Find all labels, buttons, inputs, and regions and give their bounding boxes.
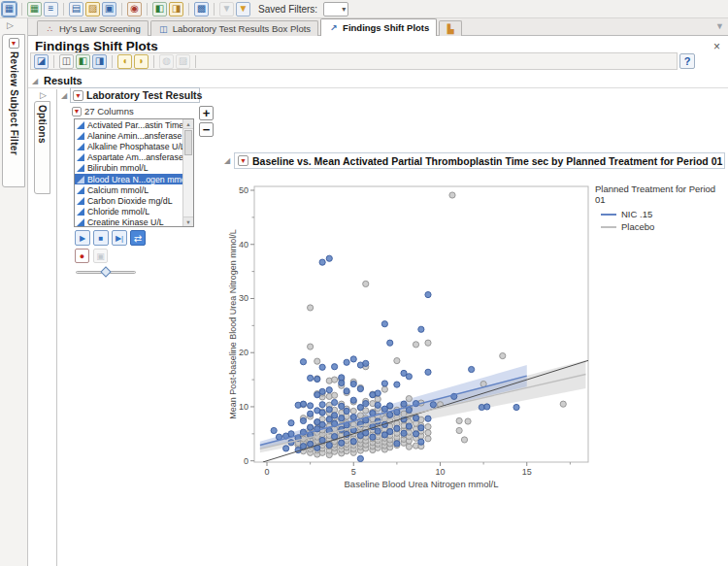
- column-item[interactable]: Calcium mmol/L: [75, 184, 193, 195]
- columns-panel-title: Laboratory Test Results: [86, 89, 202, 101]
- legend-entry[interactable]: NIC .15: [601, 209, 728, 219]
- column-item[interactable]: Aspartate Am...ansferase U/L: [75, 152, 193, 163]
- column-item[interactable]: Alanine Amin...ansferase U/L: [75, 130, 193, 141]
- report-window-icon[interactable]: ▦: [2, 2, 17, 17]
- expand-options-chevron-icon[interactable]: ▷: [40, 90, 47, 100]
- legend-entry[interactable]: Placebo: [601, 221, 728, 232]
- column-item[interactable]: Carbon Dioxide mg/dL: [75, 195, 193, 206]
- report-toolbar: ◪◫◧◨◖◗◍▨: [30, 52, 678, 70]
- red-triangle-icon[interactable]: ▼: [73, 90, 83, 101]
- subject-profile-icon[interactable]: ◪: [34, 54, 49, 69]
- toolbar-separator: [188, 3, 189, 16]
- options-label: Options: [37, 105, 48, 144]
- image-export-icon[interactable]: ▨: [176, 54, 190, 69]
- columns-count-row: ▼ 27 Columns: [72, 106, 134, 117]
- slider-thumb[interactable]: [100, 266, 111, 277]
- collapse-results-icon[interactable]: ◢: [32, 77, 38, 85]
- review-subject-filter-tab[interactable]: ▼ Review Subject Filter: [2, 34, 25, 187]
- bar-chart-icon: ▙: [446, 23, 456, 34]
- column-item-label: Alkaline Phosphatase U/L: [87, 142, 185, 151]
- legend-line-swatch: [601, 226, 616, 228]
- new-window-icon[interactable]: ◫: [59, 54, 74, 69]
- edit-filter-icon[interactable]: ▼: [236, 2, 250, 17]
- annotate-icon[interactable]: ◖: [117, 54, 132, 69]
- list-scrollbar[interactable]: ▲ ▼: [182, 119, 193, 226]
- column-list-icon[interactable]: ≡: [44, 2, 58, 17]
- column-item[interactable]: Creatine Kinase U/L: [75, 217, 193, 227]
- report-thumbnail-tab[interactable]: ▙: [439, 20, 462, 36]
- column-item[interactable]: Chloride mmol/L: [75, 207, 193, 217]
- results-outline-header: ◢ Results: [28, 74, 728, 88]
- filter-icon[interactable]: ▼: [715, 21, 724, 31]
- stop-button[interactable]: ■: [93, 230, 109, 246]
- animation-speed-slider[interactable]: [76, 267, 136, 279]
- report-doc-icon[interactable]: ▤: [69, 2, 83, 17]
- toolbar-separator: [195, 55, 196, 68]
- record-button[interactable]: ●: [75, 249, 89, 263]
- report-tab-strip: ∴Hy's Law Screening◫Laboratory Test Resu…: [0, 18, 728, 36]
- copy-report-icon[interactable]: ◧: [152, 2, 167, 17]
- annotate-search-icon[interactable]: ◗: [134, 54, 149, 69]
- saved-filters-dropdown[interactable]: ▾: [323, 2, 348, 17]
- options-rail: ▷ Options: [28, 89, 57, 566]
- data-table-icon[interactable]: ▦: [27, 2, 42, 17]
- main-toolbar: ▦▦≡▤▨▣◉◧◨▩▼▼ Saved Filters: ▾: [0, 0, 728, 18]
- red-triangle-icon[interactable]: ▼: [9, 38, 19, 49]
- red-triangle-icon[interactable]: ▼: [238, 155, 248, 166]
- column-item-label: Blood Urea N...ogen mmol/L: [87, 175, 194, 184]
- query-builder-icon[interactable]: ◉: [127, 2, 142, 17]
- legend-title: Planned Treatment for Period 01: [595, 183, 728, 205]
- columns-listbox[interactable]: Activated Par...astin Time secAlanine Am…: [74, 118, 194, 227]
- column-item[interactable]: Blood Urea N...ogen mmol/L: [75, 174, 193, 184]
- column-item[interactable]: Bilirubin mmol/L: [75, 163, 193, 174]
- copy-graph-icon[interactable]: ◧: [76, 54, 90, 69]
- clear-filter-icon[interactable]: ▼: [219, 2, 234, 17]
- save-icon[interactable]: ▣: [102, 2, 116, 17]
- scrollbar-thumb[interactable]: [184, 130, 192, 155]
- remove-column-button[interactable]: −: [199, 122, 214, 137]
- column-item-label: Carbon Dioxide mg/dL: [87, 196, 173, 206]
- column-item[interactable]: Activated Par...astin Time sec: [75, 119, 193, 130]
- step-button[interactable]: ▶|: [112, 230, 127, 246]
- open-folder-icon[interactable]: ▨: [85, 2, 100, 17]
- scroll-up-icon[interactable]: ▲: [183, 119, 193, 129]
- column-item-label: Aspartate Am...ansferase U/L: [87, 152, 194, 162]
- chart-header: ▼ Baseline vs. Mean Activated Partial Th…: [234, 152, 725, 169]
- play-button[interactable]: ▶: [75, 230, 90, 246]
- expand-rail-chevron-icon[interactable]: ▷: [7, 20, 14, 30]
- column-item[interactable]: Alkaline Phosphatase U/L: [75, 141, 193, 151]
- tab-hy-s-law-screening[interactable]: ∴Hy's Law Screening: [37, 20, 149, 36]
- collapse-chart-icon[interactable]: ◢: [224, 156, 230, 165]
- legend-entry-label: Placebo: [621, 221, 654, 232]
- options-tab[interactable]: Options: [34, 101, 50, 194]
- toolbar-separator: [147, 3, 148, 16]
- save-graph-icon[interactable]: ◨: [92, 54, 107, 69]
- svg-text:15: 15: [522, 467, 532, 477]
- save-animation-button[interactable]: ▣: [93, 249, 108, 263]
- toolbar-separator: [112, 55, 113, 68]
- x-axis-label: Baseline Blood Urea Nitrogen mmol/L: [345, 479, 499, 489]
- web-report-icon[interactable]: ◍: [159, 54, 174, 69]
- continuous-column-icon: [77, 132, 84, 140]
- help-button[interactable]: ?: [679, 53, 695, 69]
- loop-button[interactable]: ⇄: [130, 230, 146, 246]
- chart-title: Baseline vs. Mean Activated Partial Thro…: [252, 155, 722, 167]
- tab-label: Laboratory Test Results Box Plots: [173, 23, 311, 34]
- picture-icon[interactable]: ▩: [194, 2, 209, 17]
- journal-icon[interactable]: ◨: [169, 2, 183, 17]
- close-icon[interactable]: ×: [713, 41, 720, 52]
- continuous-column-icon: [77, 176, 84, 183]
- scroll-down-icon[interactable]: ▼: [183, 216, 193, 226]
- column-item-label: Activated Par...astin Time sec: [87, 120, 194, 130]
- continuous-column-icon: [77, 186, 84, 194]
- tab-laboratory-test-results-box-plots[interactable]: ◫Laboratory Test Results Box Plots: [150, 20, 318, 36]
- chart-legend: Planned Treatment for Period 01 NIC .15P…: [595, 183, 728, 232]
- columns-panel-header: ▼ Laboratory Test Results: [70, 87, 200, 103]
- red-triangle-icon[interactable]: ▼: [72, 107, 82, 117]
- add-column-button[interactable]: +: [199, 106, 214, 120]
- continuous-column-icon: [77, 208, 84, 216]
- collapse-panel-icon[interactable]: ◢: [61, 91, 67, 100]
- playback-controls: ▶■▶|⇄: [75, 230, 146, 246]
- continuous-column-icon: [77, 164, 84, 172]
- tab-findings-shift-plots[interactable]: ↗Findings Shift Plots: [320, 18, 437, 36]
